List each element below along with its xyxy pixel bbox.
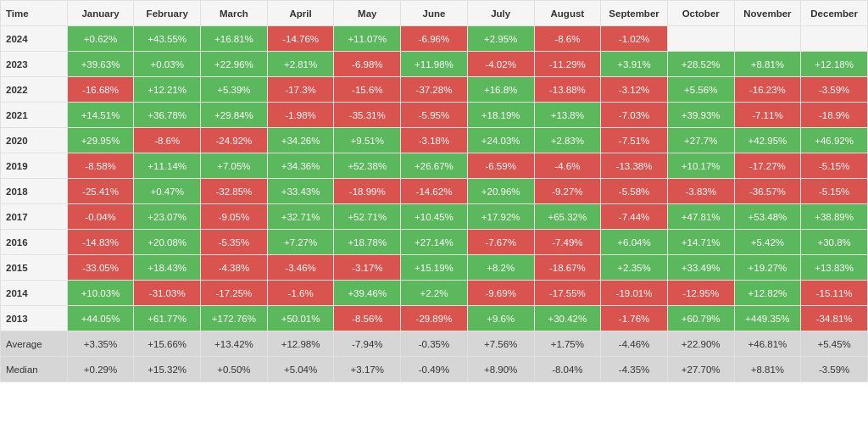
column-header-december: December — [801, 1, 868, 26]
data-cell: -8.6% — [534, 26, 601, 52]
data-cell: -6.96% — [401, 26, 468, 52]
data-cell: -17.27% — [734, 153, 801, 179]
data-cell: +29.84% — [201, 103, 268, 128]
data-cell: -17.3% — [267, 77, 334, 103]
data-cell: -16.68% — [67, 77, 134, 103]
table-header: TimeJanuaryFebruaryMarchAprilMayJuneJuly… — [1, 1, 868, 26]
data-cell: -15.6% — [334, 77, 401, 103]
table-row: 2016-14.83%+20.08%-5.35%+7.27%+18.78%+27… — [1, 230, 868, 255]
column-header-april: April — [267, 1, 334, 26]
median-cell: -8.04% — [534, 357, 601, 382]
median-cell: +15.32% — [134, 357, 201, 382]
column-header-september: September — [601, 1, 668, 26]
data-cell: +10.45% — [401, 204, 468, 230]
data-cell: -5.35% — [201, 230, 268, 255]
data-cell: -34.81% — [801, 306, 868, 331]
data-cell: +52.38% — [334, 153, 401, 179]
table-row: 2023+39.63%+0.03%+22.96%+2.81%-6.98%+11.… — [1, 52, 868, 77]
data-cell: -31.03% — [134, 281, 201, 306]
data-cell: +10.03% — [67, 281, 134, 306]
column-header-january: January — [67, 1, 134, 26]
column-header-november: November — [734, 1, 801, 26]
average-cell: +1.75% — [534, 331, 601, 357]
data-cell: +16.81% — [201, 26, 268, 52]
data-cell: +42.95% — [734, 128, 801, 153]
data-cell: +6.04% — [601, 230, 668, 255]
data-cell: +39.46% — [334, 281, 401, 306]
data-cell: +8.2% — [467, 255, 534, 281]
data-cell: -37.28% — [401, 77, 468, 103]
data-cell: -18.67% — [534, 255, 601, 281]
table-body: 2024+0.62%+43.55%+16.81%-14.76%+11.07%-6… — [1, 26, 868, 382]
data-cell: +29.95% — [67, 128, 134, 153]
data-cell: +44.05% — [67, 306, 134, 331]
data-cell: +12.18% — [801, 52, 868, 77]
average-cell: +46.81% — [734, 331, 801, 357]
data-cell: +5.56% — [667, 77, 734, 103]
data-cell: -8.58% — [67, 153, 134, 179]
data-cell: +2.83% — [534, 128, 601, 153]
column-header-time: Time — [1, 1, 68, 26]
data-cell: -5.95% — [401, 103, 468, 128]
data-cell: -18.9% — [801, 103, 868, 128]
year-cell: 2021 — [1, 103, 68, 128]
data-cell: +24.03% — [467, 128, 534, 153]
data-cell: -18.99% — [334, 179, 401, 204]
data-cell: -0.04% — [67, 204, 134, 230]
data-cell: +60.79% — [667, 306, 734, 331]
data-cell: -13.88% — [534, 77, 601, 103]
table-row: 2018-25.41%+0.47%-32.85%+33.43%-18.99%-1… — [1, 179, 868, 204]
data-cell: -7.03% — [601, 103, 668, 128]
year-cell: 2024 — [1, 26, 68, 52]
data-cell: -6.59% — [467, 153, 534, 179]
data-cell: -7.67% — [467, 230, 534, 255]
data-cell: -1.02% — [601, 26, 668, 52]
data-cell — [801, 26, 868, 52]
data-cell: +2.35% — [601, 255, 668, 281]
data-cell: +3.91% — [601, 52, 668, 77]
data-cell: -17.25% — [201, 281, 268, 306]
data-cell: +12.21% — [134, 77, 201, 103]
data-cell: +11.14% — [134, 153, 201, 179]
median-cell: -0.49% — [401, 357, 468, 382]
median-cell: +0.29% — [67, 357, 134, 382]
average-cell: +7.56% — [467, 331, 534, 357]
table-row: 2022-16.68%+12.21%+5.39%-17.3%-15.6%-37.… — [1, 77, 868, 103]
data-cell: +33.43% — [267, 179, 334, 204]
data-cell: -3.59% — [801, 77, 868, 103]
data-cell: +19.27% — [734, 255, 801, 281]
data-cell: -1.76% — [601, 306, 668, 331]
data-cell: +17.92% — [467, 204, 534, 230]
data-cell: +7.05% — [201, 153, 268, 179]
data-cell: -8.6% — [134, 128, 201, 153]
data-cell: +46.92% — [801, 128, 868, 153]
data-cell: -25.41% — [67, 179, 134, 204]
data-cell: -4.6% — [534, 153, 601, 179]
average-cell: +5.45% — [801, 331, 868, 357]
data-cell: +39.63% — [67, 52, 134, 77]
data-cell: +8.81% — [734, 52, 801, 77]
data-cell: +32.71% — [267, 204, 334, 230]
data-cell: +16.8% — [467, 77, 534, 103]
data-cell: +43.55% — [134, 26, 201, 52]
data-cell: +52.71% — [334, 204, 401, 230]
data-cell: +0.62% — [67, 26, 134, 52]
data-cell: +2.95% — [467, 26, 534, 52]
data-cell: +50.01% — [267, 306, 334, 331]
average-cell: +12.98% — [267, 331, 334, 357]
median-cell: +8.81% — [734, 357, 801, 382]
table-row: 2024+0.62%+43.55%+16.81%-14.76%+11.07%-6… — [1, 26, 868, 52]
data-cell: +11.98% — [401, 52, 468, 77]
data-cell: +47.81% — [667, 204, 734, 230]
data-cell: -3.17% — [334, 255, 401, 281]
data-cell: +13.83% — [801, 255, 868, 281]
data-cell: +28.52% — [667, 52, 734, 77]
year-cell: 2016 — [1, 230, 68, 255]
data-cell: -35.31% — [334, 103, 401, 128]
data-cell: -7.51% — [601, 128, 668, 153]
data-cell: -36.57% — [734, 179, 801, 204]
data-cell: -4.38% — [201, 255, 268, 281]
data-cell: +53.48% — [734, 204, 801, 230]
data-cell: +20.96% — [467, 179, 534, 204]
table-row: 2021+14.51%+36.78%+29.84%-1.98%-35.31%-5… — [1, 103, 868, 128]
